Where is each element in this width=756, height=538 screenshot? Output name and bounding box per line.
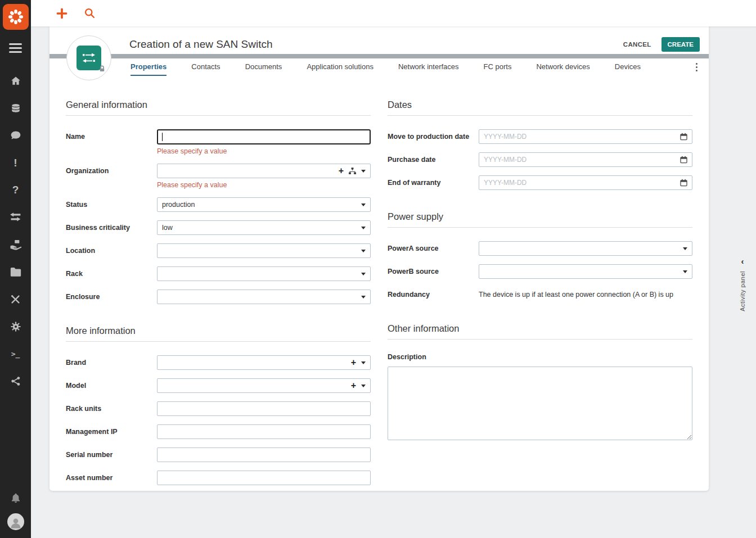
rack-units-input[interactable] — [157, 401, 371, 416]
hamburger-menu-icon[interactable] — [6, 38, 25, 58]
location-select[interactable] — [157, 243, 371, 258]
brand-select[interactable]: + — [157, 355, 371, 370]
model-select[interactable]: + — [157, 378, 371, 393]
tab-network-devices[interactable]: Network devices — [536, 58, 590, 76]
form-grid: General information Name Please specify … — [50, 76, 709, 510]
serial-number-label: Serial number — [66, 447, 157, 462]
tab-documents[interactable]: Documents — [245, 58, 282, 76]
serial-number-input[interactable] — [157, 447, 371, 462]
tab-application-solutions[interactable]: Application solutions — [307, 58, 374, 76]
tab-properties[interactable]: Properties — [130, 58, 166, 76]
content-area: Creation of a new SAN Switch CANCEL CREA… — [31, 26, 756, 538]
sidebar-item-data[interactable] — [0, 95, 31, 123]
organization-add-icon[interactable]: + — [339, 166, 344, 175]
sidebar-item-console[interactable]: >_ — [0, 340, 31, 368]
question-icon: ? — [12, 184, 19, 196]
sidebar-item-admin-tools[interactable] — [0, 286, 31, 313]
caret-down-icon — [361, 296, 366, 299]
tab-devices[interactable]: Devices — [615, 58, 641, 76]
move-to-production-input[interactable] — [484, 133, 677, 141]
global-topbar — [31, 0, 756, 26]
powera-source-label: PowerA source — [388, 241, 479, 256]
field-serial-number: Serial number — [66, 447, 371, 462]
section-title-dates: Dates — [388, 100, 692, 116]
location-label: Location — [66, 243, 157, 258]
management-ip-input[interactable] — [157, 424, 371, 439]
lock-icon — [98, 65, 106, 75]
rack-label: Rack — [66, 266, 157, 281]
caret-down-icon — [683, 247, 687, 250]
transfer-arrows-icon — [10, 213, 21, 222]
section-general-information: General information Name Please specify … — [66, 100, 371, 304]
powerb-source-select[interactable] — [479, 264, 692, 279]
user-avatar[interactable] — [7, 513, 24, 530]
name-error: Please specify a value — [157, 147, 371, 155]
share-icon — [11, 376, 21, 387]
itop-logo-icon[interactable] — [3, 4, 29, 30]
field-powera-source: PowerA source — [388, 241, 692, 256]
calendar-icon[interactable] — [680, 156, 687, 164]
caret-down-icon[interactable] — [361, 385, 366, 387]
powera-source-select[interactable] — [479, 241, 692, 256]
sidebar-item-alerts[interactable]: ! — [0, 150, 31, 177]
brand-add-icon[interactable]: + — [351, 358, 356, 367]
field-brand: Brand + — [66, 355, 371, 370]
plus-icon — [56, 7, 68, 20]
global-search-button[interactable] — [84, 7, 96, 19]
hierarchy-icon[interactable] — [349, 168, 356, 174]
activity-panel-label: Activity panel — [739, 271, 746, 311]
sidebar-item-support[interactable] — [0, 231, 31, 259]
management-ip-label: Management IP — [66, 424, 157, 439]
tabs-overflow-menu-icon[interactable] — [694, 58, 700, 76]
move-to-production-label: Move to production date — [388, 129, 479, 144]
bell-icon[interactable] — [10, 492, 21, 504]
cancel-button[interactable]: CANCEL — [623, 41, 651, 48]
business-criticality-select[interactable]: low — [157, 220, 371, 235]
calendar-icon[interactable] — [680, 133, 687, 141]
logo-flower-icon — [7, 8, 24, 25]
brand-label: Brand — [66, 355, 157, 370]
end-of-warranty-datebox — [479, 175, 692, 190]
rack-select[interactable] — [157, 266, 371, 281]
end-of-warranty-input[interactable] — [484, 179, 677, 187]
redundancy-label: Redundancy — [388, 287, 479, 302]
description-label: Description — [388, 353, 692, 361]
tab-bar: Properties Contacts Documents Applicatio… — [50, 58, 709, 76]
text-cursor — [162, 133, 163, 141]
model-add-icon[interactable]: + — [351, 381, 356, 390]
business-criticality-value: low — [162, 224, 173, 232]
enclosure-select[interactable] — [157, 290, 371, 304]
tab-network-interfaces[interactable]: Network interfaces — [398, 58, 459, 76]
main-area: Creation of a new SAN Switch CANCEL CREA… — [31, 0, 756, 538]
organization-select[interactable]: + — [157, 164, 371, 178]
description-textarea[interactable] — [388, 367, 692, 440]
tab-contacts[interactable]: Contacts — [191, 58, 220, 76]
purchase-date-label: Purchase date — [388, 152, 479, 167]
sidebar-item-help[interactable]: ? — [0, 177, 31, 204]
field-organization: Organization + — [66, 164, 371, 189]
activity-panel-toggle[interactable]: ‹ Activity panel — [739, 257, 746, 311]
field-asset-number: Asset number — [66, 471, 371, 485]
name-input[interactable] — [157, 129, 371, 144]
create-button[interactable]: CREATE — [662, 37, 700, 52]
person-icon — [8, 516, 23, 530]
tab-fc-ports[interactable]: FC ports — [484, 58, 512, 76]
status-select[interactable]: production — [157, 197, 371, 212]
field-rack: Rack — [66, 266, 371, 281]
sidebar-item-share[interactable] — [0, 368, 31, 395]
field-redundancy: Redundancy The device is up if at least … — [388, 287, 692, 302]
sidebar-item-documents[interactable] — [0, 259, 31, 286]
asset-number-input[interactable] — [157, 471, 371, 485]
purchase-date-input[interactable] — [484, 156, 677, 164]
caret-down-icon[interactable] — [361, 361, 366, 364]
new-object-button[interactable] — [56, 7, 68, 20]
sidebar-item-settings[interactable] — [0, 313, 31, 341]
sidebar-item-home[interactable] — [0, 67, 31, 95]
sidebar-nav: ! ? — [0, 67, 31, 395]
sidebar-item-chat[interactable] — [0, 122, 31, 150]
field-purchase-date: Purchase date — [388, 152, 692, 167]
chevron-left-icon[interactable]: ‹ — [741, 257, 744, 265]
sidebar-item-transfer[interactable] — [0, 204, 31, 232]
caret-down-icon[interactable] — [361, 170, 366, 173]
calendar-icon[interactable] — [680, 179, 687, 187]
